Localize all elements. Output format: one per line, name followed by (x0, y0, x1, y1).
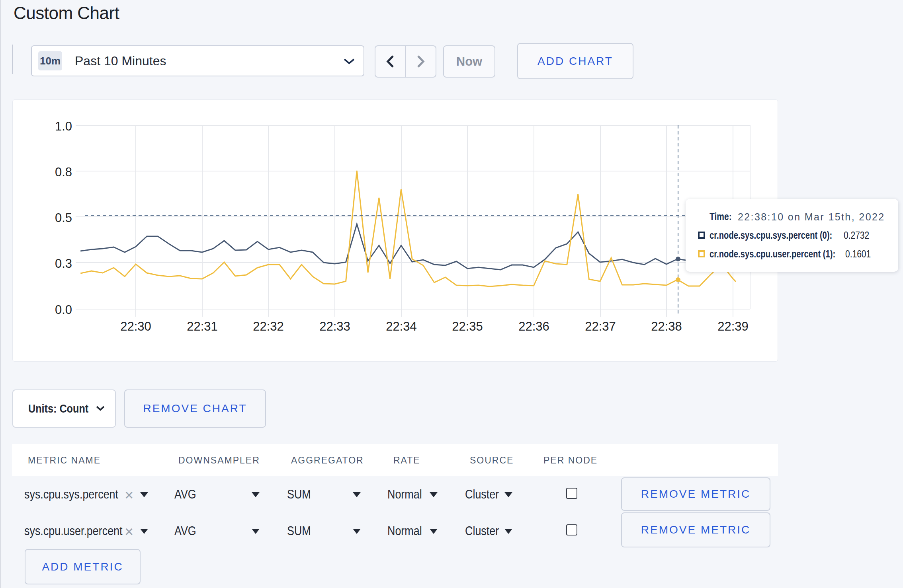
svg-text:22:30: 22:30 (120, 319, 151, 333)
svg-text:22:36: 22:36 (518, 319, 549, 333)
svg-text:22:31: 22:31 (187, 319, 218, 333)
svg-text:1.0: 1.0 (55, 119, 72, 133)
svg-text:22:34: 22:34 (386, 319, 417, 333)
svg-text:22:39: 22:39 (717, 319, 749, 333)
svg-text:22:38: 22:38 (651, 319, 682, 333)
svg-text:0.8: 0.8 (55, 165, 72, 179)
svg-text:0.3: 0.3 (55, 257, 72, 271)
svg-text:22:35: 22:35 (452, 319, 483, 333)
svg-text:22:32: 22:32 (253, 319, 284, 333)
svg-text:22:37: 22:37 (585, 319, 616, 333)
svg-text:22:33: 22:33 (319, 319, 350, 333)
svg-text:0.0: 0.0 (55, 303, 72, 317)
svg-text:0.5: 0.5 (55, 211, 72, 225)
